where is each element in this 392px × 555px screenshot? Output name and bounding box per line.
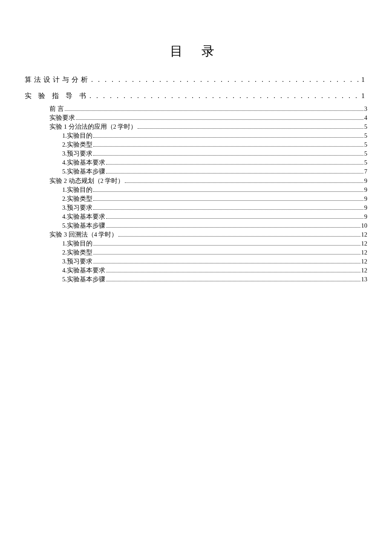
toc-entry-label: 5.实验基本步骤 (62, 221, 105, 230)
toc-entry-page: 9 (364, 203, 367, 212)
toc-entry: 实验要求4 (25, 113, 367, 122)
toc-entry-label: 实验 1 分治法的应用（2 学时） (49, 122, 137, 131)
toc-leader (76, 114, 363, 120)
toc-leader (93, 132, 363, 138)
toc-leader (118, 231, 360, 237)
toc-entry: 1.实验目的5 (25, 131, 367, 140)
toc-entry-label: 3.预习要求 (62, 149, 92, 158)
toc-entry-label: 3.预习要求 (62, 257, 92, 266)
toc-entry-label: 2.实验类型 (62, 194, 92, 203)
toc-entry-page: 12 (361, 257, 368, 266)
toc-entry-label: 实验 3 回溯法（4 学时） (49, 230, 118, 239)
toc-entry: 2.实验类型9 (25, 194, 367, 203)
toc-entry-page: 4 (364, 113, 367, 122)
toc-entry-label: 1.实验目的 (62, 131, 92, 140)
toc-entry-page: 12 (361, 266, 368, 275)
toc-entry: 3.预习要求9 (25, 203, 367, 212)
toc-entry-label: 1.实验目的 (62, 185, 92, 194)
toc-entry-page: 5 (364, 131, 367, 140)
toc-entry-page: 5 (364, 158, 367, 167)
toc-entry-page: 1 (361, 72, 367, 87)
toc-leader (93, 186, 363, 191)
toc-entry-label: 2.实验类型 (62, 140, 92, 149)
toc-entry: 5.实验基本步骤10 (25, 221, 367, 230)
toc-entry: 4.实验基本要求9 (25, 212, 367, 221)
toc-leader (125, 177, 363, 182)
toc-entry-page: 5 (364, 149, 367, 158)
toc-entry-page: 12 (361, 239, 368, 248)
toc-entry-label: 实验 2 动态规划（2 学时） (49, 176, 124, 185)
toc-leader (106, 267, 360, 272)
toc-entry-page: 9 (364, 212, 367, 221)
toc-entry-label: 5.实验基本步骤 (62, 275, 105, 284)
toc-entry-label: 4.实验基本要求 (62, 212, 105, 221)
toc-list: 算法设计与分析. . . . . . . . . . . . . . . . .… (25, 72, 367, 284)
toc-entry-label: 4.实验基本要求 (62, 266, 105, 275)
toc-leader: . . . . . . . . . . . . . . . . . . . . … (89, 88, 360, 103)
toc-leader-dots: . . . . . . . . . . . . . . . . . . . . … (91, 76, 360, 83)
toc-leader (65, 105, 363, 111)
toc-leader (93, 150, 363, 156)
page-title: 目 录 (25, 43, 367, 60)
toc-leader (93, 249, 360, 254)
toc-entry: 实验 1 分治法的应用（2 学时）5 (25, 122, 367, 131)
toc-leader: . . . . . . . . . . . . . . . . . . . . … (91, 72, 360, 87)
toc-leader-dots: . . . . . . . . . . . . . . . . . . . . … (89, 92, 360, 99)
toc-leader (93, 141, 363, 147)
toc-entry-page: 3 (364, 104, 367, 113)
toc-leader (106, 222, 360, 228)
toc-entry-page: 9 (364, 194, 367, 203)
toc-entry: 1.实验目的9 (25, 185, 367, 194)
toc-leader (138, 123, 363, 129)
toc-entry-page: 5 (364, 122, 367, 131)
toc-leader (106, 168, 363, 173)
toc-entry-page: 9 (364, 185, 367, 194)
toc-entry-label: 1.实验目的 (62, 239, 92, 248)
toc-entry: 实验 3 回溯法（4 学时）12 (25, 230, 367, 239)
toc-entry: 2.实验类型12 (25, 248, 367, 257)
toc-entry: 3.预习要求5 (25, 149, 367, 158)
toc-entry: 5.实验基本步骤7 (25, 167, 367, 176)
toc-entry-page: 7 (364, 167, 367, 176)
toc-entry-label: 4.实验基本要求 (62, 158, 105, 167)
toc-entry-page: 1 (361, 88, 367, 103)
toc-entry: 算法设计与分析. . . . . . . . . . . . . . . . .… (25, 72, 367, 88)
toc-entry-label: 5.实验基本步骤 (62, 167, 105, 176)
toc-entry-label: 3.预习要求 (62, 203, 92, 212)
toc-entry-page: 12 (361, 230, 368, 239)
toc-entry-label: 算法设计与分析 (25, 72, 90, 87)
toc-entry-page: 5 (364, 140, 367, 149)
toc-entry-page: 9 (364, 176, 367, 185)
toc-entry-page: 10 (361, 221, 368, 230)
toc-leader (106, 213, 363, 219)
toc-leader (106, 276, 360, 281)
toc-entry-label: 2.实验类型 (62, 248, 92, 257)
toc-entry: 4.实验基本要求5 (25, 158, 367, 167)
toc-leader (106, 159, 363, 165)
toc-leader (93, 258, 360, 263)
toc-leader (93, 204, 363, 210)
toc-entry: 4.实验基本要求12 (25, 266, 367, 275)
toc-entry-page: 12 (361, 248, 368, 257)
toc-entry: 5.实验基本步骤13 (25, 275, 367, 284)
toc-entry: 3.预习要求12 (25, 257, 367, 266)
toc-entry: 前 言3 (25, 104, 367, 113)
toc-leader (93, 195, 363, 200)
toc-entry-label: 实 验 指 导 书 (25, 88, 89, 103)
toc-entry: 实验 2 动态规划（2 学时）9 (25, 176, 367, 185)
toc-entry-label: 实验要求 (49, 113, 75, 122)
toc-entry-page: 13 (361, 275, 368, 284)
toc-entry: 1.实验目的12 (25, 239, 367, 248)
toc-entry: 实 验 指 导 书. . . . . . . . . . . . . . . .… (25, 88, 367, 104)
toc-entry: 2.实验类型5 (25, 140, 367, 149)
toc-entry-label: 前 言 (49, 104, 64, 113)
toc-leader (93, 240, 360, 246)
